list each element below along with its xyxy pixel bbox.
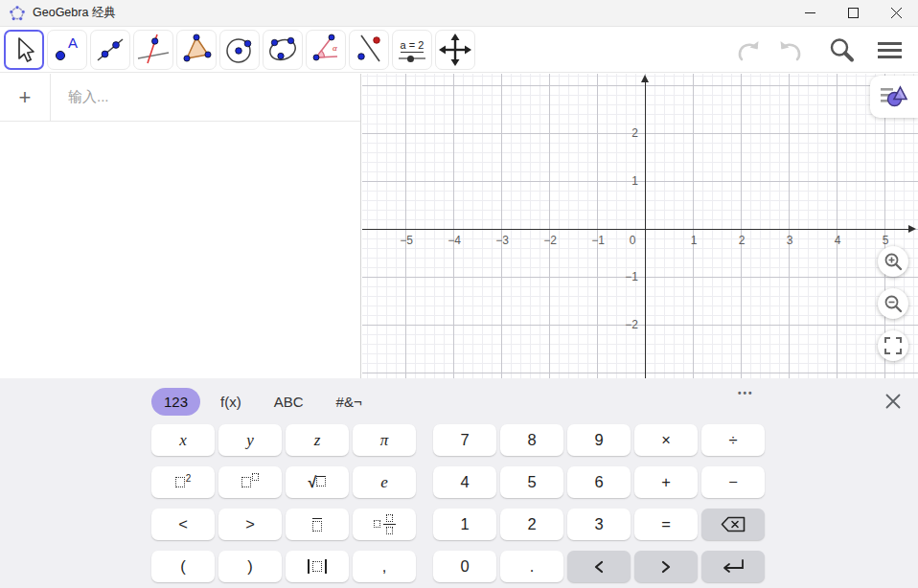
toolbar: A: [0, 28, 918, 73]
keyboard-close-button[interactable]: [878, 386, 908, 417]
line-icon: [92, 32, 128, 68]
polygon-icon: [178, 32, 215, 68]
key-arrow-left[interactable]: [567, 551, 631, 582]
tool-circle-with-center[interactable]: [219, 30, 260, 70]
key-minus[interactable]: −: [701, 466, 765, 498]
tool-move[interactable]: [4, 30, 44, 70]
keyboard-tabs: 123f(x)ABC#&¬: [151, 386, 375, 417]
minimize-button[interactable]: [789, 0, 832, 27]
key-divide[interactable]: ÷: [701, 424, 765, 456]
key-z[interactable]: z: [286, 424, 349, 456]
redo-button[interactable]: [772, 33, 807, 67]
search-button[interactable]: [824, 33, 859, 67]
key-arrow-right[interactable]: [634, 551, 698, 582]
tool-point[interactable]: A: [47, 30, 87, 70]
keyboard-tab-abc[interactable]: ABC: [262, 388, 316, 416]
key-equals[interactable]: =: [634, 509, 698, 540]
x-tick-label: −2: [543, 234, 557, 247]
key-5[interactable]: 5: [500, 466, 563, 498]
y-axis-arrow: [641, 75, 649, 82]
key-greater-than[interactable]: >: [218, 509, 282, 540]
origin-label: 0: [630, 234, 636, 247]
key-6[interactable]: 6: [567, 466, 631, 498]
keyboard-more-button[interactable]: •••: [738, 388, 754, 398]
slider-icon-label: a = 2: [401, 40, 425, 53]
fullscreen-icon: [884, 337, 902, 354]
maximize-button[interactable]: [832, 0, 875, 27]
key-comma[interactable]: ,: [353, 551, 416, 582]
key-7[interactable]: 7: [433, 424, 496, 456]
graphics-settings-button[interactable]: [870, 76, 918, 118]
key-abs[interactable]: [286, 551, 349, 582]
key-enter[interactable]: [701, 551, 765, 582]
tool-group: A: [4, 30, 475, 70]
x-tick-label: −1: [591, 234, 605, 247]
close-button[interactable]: [875, 0, 918, 27]
fullscreen-button[interactable]: [878, 330, 908, 361]
keyboard-tab-123[interactable]: 123: [151, 388, 200, 416]
plus-icon[interactable]: +: [0, 85, 50, 110]
algebra-panel: + 输入...: [0, 74, 361, 378]
key-mixed-fraction[interactable]: [353, 509, 416, 540]
key-1[interactable]: 1: [433, 509, 496, 540]
x-tick-label: 1: [691, 234, 698, 247]
algebra-input-row[interactable]: + 输入...: [0, 74, 360, 122]
key-y[interactable]: y: [218, 424, 282, 456]
key-3[interactable]: 3: [567, 509, 631, 540]
key-4[interactable]: 4: [433, 466, 496, 498]
keyboard-tab-fx[interactable]: f(x): [208, 388, 254, 416]
key-0[interactable]: 0: [433, 551, 496, 582]
key-recurring-decimal[interactable]: [286, 509, 349, 540]
graphics-view[interactable]: −5−4−3−2−11234521−1−2 0: [362, 74, 918, 378]
zoom-out-button[interactable]: [878, 288, 908, 319]
x-tick-label: −4: [448, 234, 461, 247]
geogebra-window: GeoGebra 经典 A: [0, 0, 918, 588]
tool-angle[interactable]: α: [306, 30, 346, 70]
key-backspace[interactable]: [701, 509, 765, 540]
pan-view-icon: [437, 32, 473, 68]
angle-icon: α: [308, 32, 344, 68]
svg-text:α: α: [333, 43, 337, 53]
tool-move-graphics-view[interactable]: [435, 30, 475, 70]
titlebar: GeoGebra 经典: [0, 0, 918, 27]
svg-text:A: A: [68, 34, 78, 51]
key-paren-open[interactable]: (: [151, 551, 215, 582]
key-paren-close[interactable]: ): [218, 551, 282, 582]
main-area: + 输入... −5−4−3−2−11234521−1−2 0: [0, 74, 918, 378]
key-square[interactable]: 2: [151, 466, 215, 498]
key-decimal-point[interactable]: .: [500, 551, 563, 582]
key-2[interactable]: 2: [500, 509, 563, 540]
cursor-icon: [6, 32, 42, 68]
y-tick-label: −1: [625, 270, 638, 283]
key-9[interactable]: 9: [567, 424, 631, 456]
key-power[interactable]: [218, 466, 282, 498]
zoom-in-button[interactable]: [878, 246, 908, 277]
tool-reflect-about-line[interactable]: [349, 30, 389, 70]
y-tick-label: 2: [631, 126, 638, 140]
tool-line[interactable]: [90, 30, 130, 70]
key-pi[interactable]: π: [353, 424, 416, 456]
toolbar-right: [732, 33, 907, 67]
algebra-input-placeholder[interactable]: 输入...: [68, 88, 109, 106]
y-tick-label: 1: [631, 174, 638, 188]
close-icon: [885, 394, 901, 409]
key-e[interactable]: e: [353, 466, 416, 498]
tool-polygon[interactable]: [176, 30, 217, 70]
key-x[interactable]: x: [151, 424, 215, 456]
reflect-icon: [351, 32, 387, 68]
window-title: GeoGebra 经典: [33, 5, 116, 21]
undo-button[interactable]: [732, 33, 767, 67]
slider-icon: a = 2: [399, 40, 425, 59]
tool-perpendicular-line[interactable]: [133, 30, 173, 70]
key-sqrt[interactable]: √: [286, 466, 349, 498]
tool-slider[interactable]: a = 2: [392, 30, 432, 70]
key-multiply[interactable]: ×: [634, 424, 698, 456]
keyboard-tab-symbols[interactable]: #&¬: [324, 388, 375, 416]
perpendicular-line-icon: [135, 32, 172, 68]
x-tick-label: −3: [495, 234, 509, 247]
key-plus[interactable]: +: [634, 466, 698, 498]
key-8[interactable]: 8: [500, 424, 563, 456]
tool-conic-through-points[interactable]: [263, 30, 303, 70]
key-less-than[interactable]: <: [151, 509, 215, 540]
menu-button[interactable]: [872, 33, 907, 67]
